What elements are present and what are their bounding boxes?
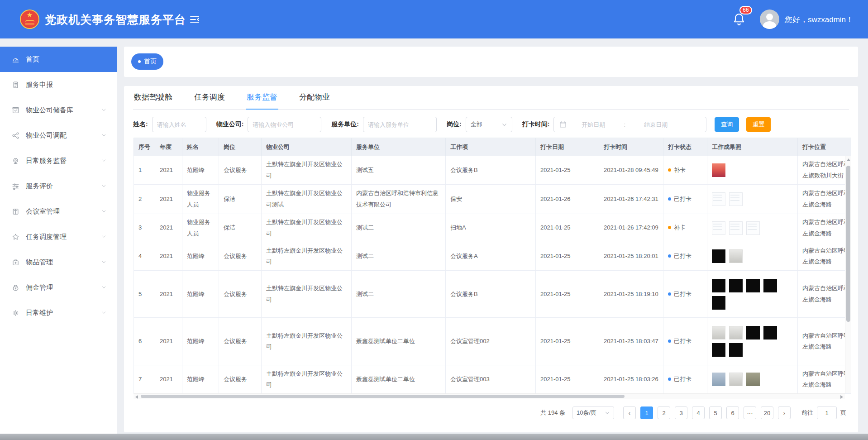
- work-photo-thumbnail[interactable]: [712, 343, 725, 357]
- sidebar-item-goods-management[interactable]: 物品管理: [0, 249, 117, 275]
- cell-company: 土默特左旗金川开发区物业公司: [262, 214, 352, 242]
- breadcrumb-home-tag[interactable]: 首页: [131, 53, 163, 70]
- sliders-icon: [12, 182, 19, 190]
- cell-index: 5: [134, 271, 155, 318]
- search-button[interactable]: 查询: [715, 117, 739, 132]
- sidebar-item-task-dispatch-management[interactable]: 任务调度管理: [0, 224, 117, 249]
- end-date-input[interactable]: [629, 121, 682, 128]
- work-photo-thumbnail[interactable]: [712, 279, 725, 292]
- cell-name: 范殿峰: [182, 156, 219, 185]
- tab-data-cockpit[interactable]: 数据驾驶舱: [133, 91, 173, 109]
- date-range-separator: :: [620, 121, 629, 128]
- money-bag-icon: [12, 284, 19, 292]
- tab-task-dispatch[interactable]: 任务调度: [193, 91, 226, 109]
- scroll-left-arrow-icon[interactable]: [135, 395, 138, 399]
- post-filter-select[interactable]: 全部: [466, 117, 512, 132]
- cell-checkin-time: 2021-01-26 17:42:31: [599, 185, 663, 214]
- scroll-right-arrow-icon[interactable]: [840, 395, 843, 399]
- notification-badge: 66: [739, 6, 752, 14]
- work-photo-thumbnail[interactable]: [746, 373, 760, 386]
- tab-service-supervision[interactable]: 服务监督: [246, 91, 278, 109]
- work-photo-thumbnail[interactable]: [729, 249, 743, 263]
- page-button-1[interactable]: 1: [640, 407, 653, 419]
- sidebar-item-commission-management[interactable]: 佣金管理: [0, 275, 117, 300]
- status-dot-icon: [668, 292, 671, 296]
- cell-work-item: 会议服务B: [446, 271, 536, 318]
- unit-filter-label: 服务单位:: [331, 120, 359, 129]
- sidebar-item-meeting-room-management[interactable]: 会议室管理: [0, 199, 117, 224]
- work-photo-thumbnail[interactable]: [712, 221, 725, 235]
- collapse-menu-icon[interactable]: [189, 14, 200, 25]
- checkin-time-range-picker[interactable]: :: [553, 117, 706, 132]
- work-photo-thumbnail[interactable]: [712, 326, 725, 340]
- sidebar-item-service-evaluation[interactable]: 服务评价: [0, 173, 117, 199]
- gear-icon: [12, 309, 19, 317]
- work-photo-thumbnail[interactable]: [729, 192, 743, 206]
- status-dot-icon: [668, 340, 671, 343]
- work-photo-thumbnail[interactable]: [712, 192, 725, 206]
- sidebar-item-home[interactable]: 首页: [0, 47, 117, 72]
- page-button-4[interactable]: 4: [692, 407, 705, 419]
- start-date-input[interactable]: [567, 121, 620, 128]
- work-photo-thumbnail[interactable]: [763, 326, 777, 340]
- horizontal-scrollbar[interactable]: [134, 393, 845, 399]
- time-filter-label: 打卡时间:: [522, 120, 550, 129]
- work-photo-thumbnail[interactable]: [729, 326, 743, 340]
- table-row: 22021物业服务人员保洁土默特左旗金川开发区物业公司测试内蒙古自治区呼和浩特市…: [134, 185, 851, 214]
- reset-button[interactable]: 重置: [746, 117, 771, 132]
- vertical-scroll-thumb[interactable]: [846, 166, 850, 322]
- status-dot-icon: [668, 197, 671, 201]
- page-size-select[interactable]: 10条/页: [572, 407, 614, 419]
- user-avatar[interactable]: [760, 10, 779, 29]
- prev-page-button[interactable]: ‹: [623, 407, 636, 419]
- sidebar-item-daily-maintenance[interactable]: 日常维护: [0, 300, 117, 325]
- work-photo-thumbnail[interactable]: [729, 221, 743, 235]
- company-filter-input[interactable]: [248, 117, 321, 132]
- horizontal-scroll-thumb[interactable]: [141, 395, 625, 398]
- cell-year: 2021: [155, 214, 182, 242]
- cell-work-item: 会议服务B: [446, 156, 536, 185]
- chevron-down-icon: [101, 107, 107, 113]
- cell-checkin-date: 2021-01-25: [536, 318, 599, 365]
- column-header: 年度: [155, 138, 182, 156]
- sidebar-item-service-declare[interactable]: 服务申报: [0, 72, 117, 97]
- share-icon: [12, 132, 19, 139]
- work-photo-thumbnail[interactable]: [763, 279, 777, 292]
- page-button-2[interactable]: 2: [658, 407, 670, 419]
- vertical-scrollbar[interactable]: [845, 156, 851, 393]
- work-photo-thumbnail[interactable]: [712, 373, 725, 386]
- cell-checkin-location: 内蒙古自治区呼和左旗金海路: [798, 318, 851, 365]
- tab-assign-property[interactable]: 分配物业: [298, 91, 331, 109]
- cell-company: 土默特左旗金川开发区物业公司测试: [262, 185, 352, 214]
- work-photo-thumbnail[interactable]: [746, 326, 760, 340]
- work-photo-thumbnail[interactable]: [746, 221, 760, 235]
- sidebar-item-property-company-reserve[interactable]: 物业公司储备库: [0, 97, 117, 123]
- page-button-6[interactable]: 6: [726, 407, 739, 419]
- work-photo-thumbnail[interactable]: [746, 279, 760, 292]
- work-photo-thumbnail[interactable]: [712, 296, 725, 310]
- page-button-20[interactable]: 20: [761, 407, 773, 419]
- name-filter-input[interactable]: [152, 117, 206, 132]
- cell-checkin-time: 2021-01-26 17:42:09: [599, 214, 663, 242]
- breadcrumb-dot-icon: [138, 60, 141, 63]
- content-card: 数据驾驶舱任务调度服务监督分配物业 姓名: 物业公司: 服务单位: 岗位: 全部…: [124, 86, 858, 432]
- cell-name: 范殿峰: [182, 271, 219, 318]
- work-photo-thumbnail[interactable]: [729, 373, 743, 386]
- work-photo-thumbnail[interactable]: [712, 163, 725, 177]
- page-ellipsis-button[interactable]: ···: [744, 407, 756, 419]
- post-filter-label: 岗位:: [447, 120, 462, 129]
- goto-page-input[interactable]: [817, 407, 837, 419]
- work-photo-thumbnail[interactable]: [729, 279, 743, 292]
- cell-year: 2021: [155, 365, 182, 394]
- sidebar-item-daily-service-supervision[interactable]: 日常服务监督: [0, 148, 117, 173]
- cell-work-photos: [707, 156, 798, 185]
- window-bottom-edge: [0, 434, 868, 440]
- work-photo-thumbnail[interactable]: [712, 249, 725, 263]
- work-photo-thumbnail[interactable]: [729, 343, 743, 357]
- next-page-button[interactable]: ›: [778, 407, 791, 419]
- sidebar-item-property-company-allocate[interactable]: 物业公司调配: [0, 123, 117, 148]
- page-button-3[interactable]: 3: [675, 407, 687, 419]
- scroll-up-arrow-icon[interactable]: [847, 158, 850, 161]
- unit-filter-input[interactable]: [363, 117, 437, 132]
- page-button-5[interactable]: 5: [709, 407, 722, 419]
